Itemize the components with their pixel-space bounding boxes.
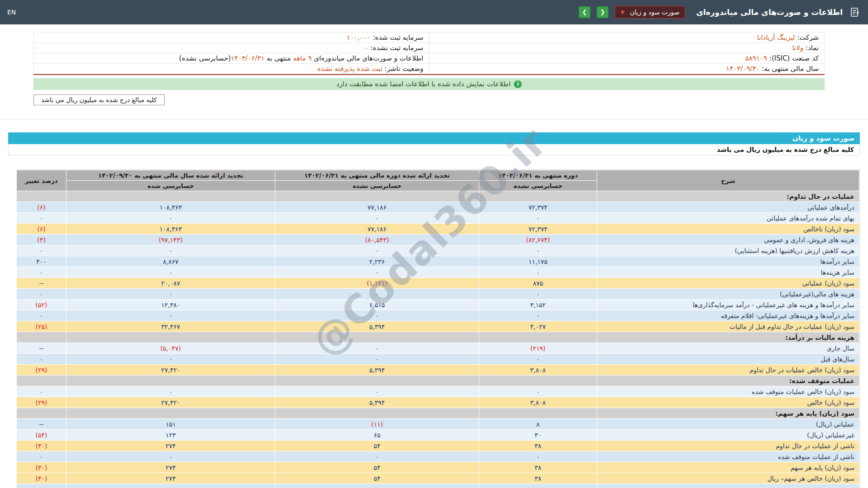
value-cell bbox=[66, 375, 275, 386]
table-row: سود (زیان) عملیاتی۸۷۵(۱,۱۲۱)۲۰,۰۸۷-- bbox=[17, 278, 859, 289]
company-row: کد صنعت (ISIC): ۵۸۹۱۰۹ اطلاعات و صورت‌ها… bbox=[34, 53, 825, 64]
unregistered-capital-value: ۰ bbox=[365, 44, 368, 52]
table-row: ناشی از عملیات در حال تداوم۳۸۵۴۲۷۴(۳۰) bbox=[17, 441, 859, 451]
change-cell: (۲۹) bbox=[17, 365, 66, 375]
value-cell bbox=[275, 191, 479, 202]
language-toggle-en[interactable]: EN bbox=[7, 9, 16, 16]
table-row: سود (زیان) خالص عملیات در حال تداوم۳,۸۰۸… bbox=[17, 365, 859, 375]
change-cell: ۰ bbox=[17, 310, 66, 321]
signature-match-text: اطلاعات نمایش داده شده با اطلاعات امضا ش… bbox=[336, 80, 511, 88]
value-cell: ۰ bbox=[275, 267, 479, 278]
isic-code-value: ۵۸۹۱۰۹ bbox=[745, 54, 767, 62]
period-end-date-value: ۱۴۰۳/۰۶/۳۱ bbox=[231, 54, 265, 62]
publisher-status-value: ثبت شده پذیرفته نشده bbox=[317, 65, 382, 73]
income-statement-table: شرح دوره منتهی به ۱۴۰۳/۰۶/۳۱ تجدید ارائه… bbox=[16, 170, 859, 488]
value-cell: ۸ bbox=[479, 419, 597, 430]
value-cell: ۳۰ bbox=[479, 430, 597, 441]
value-cell: (۸۰,۵۴۳) bbox=[275, 235, 479, 245]
symbol-link[interactable]: ولانا bbox=[793, 44, 804, 52]
value-cell: ۵۴ bbox=[275, 441, 479, 451]
income-statement-section: صورت سود و زیان کلیه مبالغ درج شده به می… bbox=[8, 132, 860, 488]
table-row: ناشی از عملیات متوقف شده۰۰۰۰ bbox=[17, 451, 859, 462]
value-cell: ۰ bbox=[479, 213, 597, 224]
value-cell: ۰ bbox=[66, 310, 275, 321]
row-label: عملیاتی (ریال) bbox=[597, 419, 859, 430]
statement-units-note: کلیه مبالغ درج شده به میلیون ریال می باش… bbox=[8, 144, 860, 155]
table-row: غیرعملیاتی (ریال)۳۰۶۵۱۲۳(۵۴) bbox=[17, 430, 859, 441]
value-cell: (۵,۰۴۷) bbox=[66, 343, 275, 354]
value-cell: ۰ bbox=[275, 289, 479, 300]
change-cell: (۵۴) bbox=[17, 430, 66, 441]
table-row: سود (زیان) خالص عملیات متوقف شده۰۰۰۰ bbox=[17, 386, 859, 397]
row-label: ناشی از عملیات متوقف شده bbox=[597, 451, 859, 462]
table-row: سال‌های قبل۰۰۰۰ bbox=[17, 354, 859, 365]
value-cell bbox=[66, 332, 275, 343]
change-cell: ۰ bbox=[17, 354, 66, 365]
value-cell: ۳,۸۰۸ bbox=[479, 365, 597, 375]
change-cell bbox=[17, 191, 66, 202]
change-cell bbox=[17, 408, 66, 419]
value-cell bbox=[479, 375, 597, 386]
value-cell: ۰ bbox=[479, 386, 597, 397]
value-cell: ۶۵ bbox=[275, 430, 479, 441]
value-cell: ۳۸ bbox=[479, 441, 597, 451]
change-cell: (۳) bbox=[17, 235, 66, 245]
value-cell: ۱۰۸,۳۶۳ bbox=[66, 224, 275, 235]
row-label: سود (زیان) خالص هر سهم– ریال bbox=[597, 473, 859, 484]
change-cell: -- bbox=[17, 343, 66, 354]
value-cell bbox=[275, 408, 479, 419]
clipped-next-row bbox=[17, 484, 859, 488]
value-cell: ۱۰۸,۳۶۳ bbox=[66, 202, 275, 213]
chevron-down-icon: ▼ bbox=[621, 9, 624, 15]
value-cell: (۸۲,۶۷۴) bbox=[479, 235, 597, 245]
value-cell: ۱۲,۳۸۰ bbox=[66, 300, 275, 310]
value-cell: ۰ bbox=[66, 267, 275, 278]
value-cell: ۰ bbox=[66, 245, 275, 256]
value-cell: ۷۷,۱۸۶ bbox=[275, 202, 479, 213]
unregistered-capital-label: سرمایه ثبت نشده: bbox=[371, 44, 424, 52]
row-label: هزینه های مالی(غیرعملیاتی) bbox=[597, 289, 859, 300]
row-label: هزینه های فروش، اداری و عمومی bbox=[597, 235, 859, 245]
subheader-unaudited: حسابرسی نشده bbox=[275, 181, 479, 191]
value-cell: ۲۷۴ bbox=[66, 473, 275, 484]
value-cell: ۱۲۳ bbox=[66, 430, 275, 441]
value-cell: ۲۷۴ bbox=[66, 441, 275, 451]
table-row: درآمدهای عملیاتی۷۲,۳۷۴۷۷,۱۸۶۱۰۸,۳۶۳(۶) bbox=[17, 202, 859, 213]
prev-statement-button[interactable]: ❮ bbox=[597, 6, 609, 18]
row-label: سود (زیان) خالص عملیات در حال تداوم bbox=[597, 365, 859, 375]
table-row: سود (زیان) خالص هر سهم– ریال۳۸۵۴۲۷۴(۳۰) bbox=[17, 473, 859, 484]
table-row: سایر درآمدها و هزینه های غیرعملیاتی - در… bbox=[17, 300, 859, 310]
statement-type-dropdown[interactable]: صورت سود و زیان ▼ bbox=[615, 6, 685, 19]
statement-title-bar: صورت سود و زیان bbox=[8, 132, 860, 144]
value-cell: ۰ bbox=[66, 386, 275, 397]
row-label: عملیات در حال تداوم: bbox=[597, 191, 859, 202]
table-row: سایر هزینه‌ها۰۰۰۰ bbox=[17, 267, 859, 278]
row-label: سایر درآمدها و هزینه‌های غیرعملیاتی- اقل… bbox=[597, 310, 859, 321]
company-name-link[interactable]: لیزینگ آریادانا bbox=[757, 33, 795, 42]
section-row: سود (زیان) پایه هر سهم: bbox=[17, 408, 859, 419]
row-label: سود (زیان) عملیات در حال تداوم قبل از ما… bbox=[597, 321, 859, 332]
change-cell: (۶) bbox=[17, 202, 66, 213]
publisher-status-label: وضعیت ناشر: bbox=[385, 65, 424, 73]
change-cell bbox=[17, 375, 66, 386]
income-statement-table-wrap: شرح دوره منتهی به ۱۴۰۳/۰۶/۳۱ تجدید ارائه… bbox=[16, 169, 860, 488]
value-cell: ۰ bbox=[275, 354, 479, 365]
row-label: ناشی از عملیات در حال تداوم bbox=[597, 441, 859, 451]
value-cell: (۱۱) bbox=[275, 419, 479, 430]
value-cell: (۹۷,۱۴۳) bbox=[66, 235, 275, 245]
value-cell: ۲۰,۰۸۷ bbox=[66, 278, 275, 289]
fiscal-year-end-value: ۱۴۰۳/۰۹/۳۰ bbox=[726, 65, 760, 73]
row-label: سود (زیان) پایه هر سهم: bbox=[597, 408, 859, 419]
section-row: عملیات در حال تداوم: bbox=[17, 191, 859, 202]
row-label: سود (زیان) عملیاتی bbox=[597, 278, 859, 289]
signature-match-banner: i اطلاعات نمایش داده شده با اطلاعات امضا… bbox=[33, 78, 825, 90]
value-cell: ۵۴ bbox=[275, 473, 479, 484]
change-cell: -- bbox=[17, 419, 66, 430]
unaudited-note: (حسابرسی نشده) bbox=[179, 54, 231, 62]
value-cell: ۵,۳۹۴ bbox=[275, 321, 479, 332]
change-cell: (۵۲) bbox=[17, 300, 66, 310]
next-statement-button[interactable]: ❯ bbox=[579, 6, 590, 18]
value-cell: ۰ bbox=[66, 289, 275, 300]
row-label: سال جاری bbox=[597, 343, 859, 354]
value-cell: ۰ bbox=[66, 451, 275, 462]
